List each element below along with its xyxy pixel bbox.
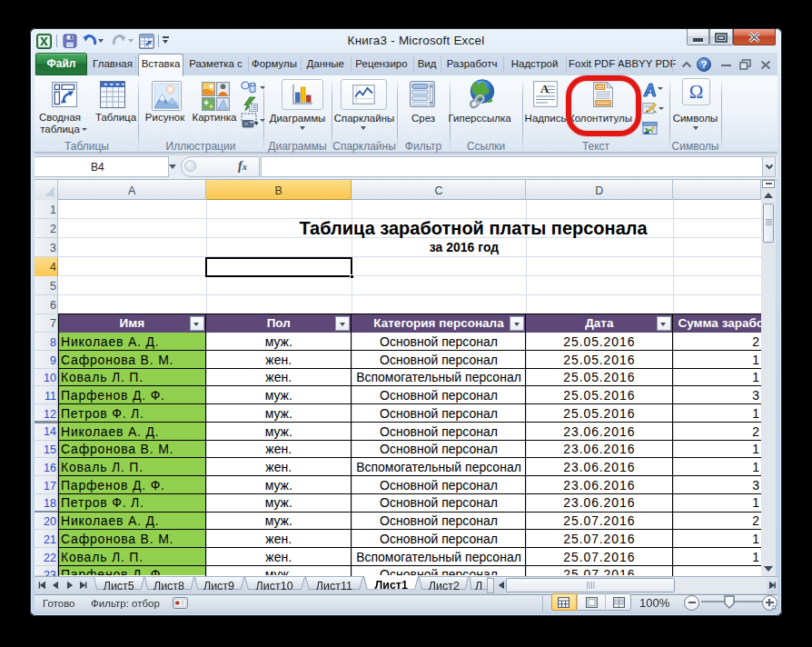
svg-text:A: A (540, 82, 550, 95)
